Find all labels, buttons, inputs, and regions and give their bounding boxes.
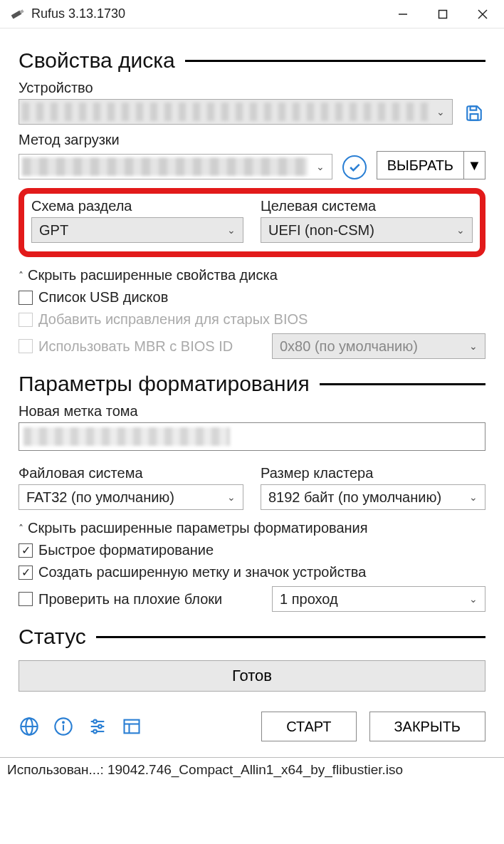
checkbox-usb-list-row[interactable]: Список USB дисков [19, 289, 485, 306]
bios-id-dropdown: 0x80 (по умолчанию) ⌄ [272, 333, 485, 359]
section-divider [96, 636, 485, 638]
status-bar: Готов [19, 660, 485, 692]
toggle-advanced-format-label: Скрыть расширенные параметры форматирова… [28, 520, 368, 536]
checkbox-bad-blocks-row[interactable]: Проверить на плохие блоки [19, 591, 261, 608]
footer-text: Использован...: 19042.746_Compact_Allin1… [7, 762, 403, 777]
cluster-size-dropdown[interactable]: 8192 байт (по умолчанию) ⌄ [261, 484, 485, 510]
chevron-up-icon: ˄ [19, 270, 23, 281]
language-button[interactable] [19, 716, 40, 737]
window-title: Rufus 3.13.1730 [31, 6, 383, 21]
label-device: Устройство [19, 80, 485, 96]
verify-hash-button[interactable] [342, 155, 367, 179]
label-volume-label: Новая метка тома [19, 403, 485, 420]
cluster-size-value: 8192 байт (по умолчанию) [268, 489, 441, 506]
start-button[interactable]: СТАРТ [261, 712, 356, 741]
checkbox-old-bios [19, 313, 33, 327]
status-text: Готов [232, 667, 272, 685]
chevron-down-icon: ⌄ [227, 224, 236, 236]
svg-point-13 [63, 721, 64, 723]
volume-label-input[interactable] [19, 422, 485, 451]
checkbox-usb-list[interactable] [19, 291, 33, 305]
checkbox-bad-blocks-label: Проверить на плохие блоки [38, 591, 222, 608]
start-button-label: СТАРТ [286, 719, 331, 735]
svg-point-17 [93, 720, 97, 724]
target-system-value: UEFI (non-CSM) [268, 222, 374, 239]
footer-status: Использован...: 19042.746_Compact_Allin1… [0, 757, 504, 785]
checkbox-ext-label-row[interactable]: ✓ Создать расширенную метку и значок уст… [19, 564, 485, 580]
svg-rect-6 [471, 106, 477, 110]
app-usb-icon [7, 7, 27, 21]
log-button[interactable] [121, 716, 142, 737]
section-title-status: Статус [19, 625, 86, 649]
target-system-dropdown[interactable]: UEFI (non-CSM) ⌄ [261, 217, 473, 243]
checkbox-ext-label-label: Создать расширенную метку и значок устро… [38, 564, 366, 580]
chevron-down-icon: ⌄ [456, 224, 465, 236]
section-divider [320, 383, 485, 385]
partition-scheme-value: GPT [39, 222, 68, 239]
label-filesystem: Файловая система [19, 465, 243, 481]
section-format-options: Параметры форматирования [19, 372, 485, 396]
partition-scheme-dropdown[interactable]: GPT ⌄ [31, 217, 243, 243]
bad-blocks-passes-value: 1 проход [280, 591, 338, 608]
checkbox-usb-list-label: Список USB дисков [38, 289, 168, 306]
toggle-advanced-format[interactable]: ˄ Скрыть расширенные параметры форматиро… [19, 520, 485, 536]
toggle-advanced-drive-label: Скрыть расширенные свойства диска [28, 267, 278, 283]
window-close-button[interactable] [463, 0, 503, 28]
label-boot-method: Метод загрузки [19, 132, 485, 148]
bios-id-value: 0x80 (по умолчанию) [280, 338, 418, 355]
label-partition-scheme: Схема раздела [31, 198, 243, 214]
chevron-down-icon: ⌄ [469, 491, 478, 503]
filesystem-dropdown[interactable]: FAT32 (по умолчанию) ⌄ [19, 484, 243, 510]
section-drive-properties: Свойства диска [19, 48, 485, 73]
boot-selection-dropdown[interactable]: ⌄ [19, 154, 332, 179]
chevron-down-icon: ⌄ [469, 593, 478, 605]
chevron-up-icon: ˄ [19, 523, 23, 534]
svg-rect-3 [439, 10, 447, 18]
section-divider [185, 60, 485, 62]
svg-point-19 [93, 730, 97, 734]
checkbox-mbr-biosid [19, 339, 33, 353]
svg-rect-7 [471, 114, 478, 120]
select-dropdown-arrow[interactable]: ▼ [463, 152, 485, 179]
close-button[interactable]: ЗАКРЫТЬ [369, 712, 485, 741]
window-titlebar: Rufus 3.13.1730 [0, 0, 504, 28]
section-title-drive: Свойства диска [19, 48, 175, 73]
label-target-system: Целевая система [261, 198, 473, 214]
checkbox-bad-blocks[interactable] [19, 592, 33, 606]
checkbox-mbr-biosid-row: Использовать MBR с BIOS ID [19, 338, 261, 355]
checkbox-old-bios-label: Добавить исправления для старых BIOS [38, 311, 308, 328]
select-iso-label: ВЫБРАТЬ [377, 157, 463, 174]
checkbox-quick-format[interactable]: ✓ [19, 543, 33, 558]
chevron-down-icon: ⌄ [469, 340, 478, 352]
close-button-label: ЗАКРЫТЬ [394, 719, 461, 735]
window-minimize-button[interactable] [383, 0, 423, 28]
section-title-format: Параметры форматирования [19, 372, 310, 396]
about-button[interactable] [53, 716, 74, 737]
svg-rect-20 [125, 720, 140, 734]
highlighted-partition-target: Схема раздела GPT ⌄ Целевая система UEFI… [19, 188, 485, 257]
window-maximize-button[interactable] [423, 0, 463, 28]
settings-button[interactable] [87, 716, 108, 737]
svg-point-18 [98, 725, 102, 729]
device-dropdown[interactable]: ⌄ [19, 99, 453, 125]
checkbox-ext-label[interactable]: ✓ [19, 566, 33, 580]
checkbox-quick-format-label: Быстрое форматирование [38, 542, 214, 558]
section-status: Статус [19, 625, 485, 649]
save-image-button[interactable] [463, 102, 485, 125]
checkbox-mbr-biosid-label: Использовать MBR с BIOS ID [38, 338, 233, 355]
select-iso-button[interactable]: ВЫБРАТЬ ▼ [377, 151, 485, 179]
label-cluster-size: Размер кластера [261, 465, 485, 481]
chevron-down-icon: ⌄ [227, 491, 236, 503]
toggle-advanced-drive[interactable]: ˄ Скрыть расширенные свойства диска [19, 267, 485, 283]
chevron-down-icon: ⌄ [436, 106, 445, 118]
chevron-down-icon: ⌄ [316, 161, 325, 172]
checkbox-quick-format-row[interactable]: ✓ Быстрое форматирование [19, 542, 485, 558]
filesystem-value: FAT32 (по умолчанию) [26, 489, 174, 506]
bad-blocks-passes-dropdown[interactable]: 1 проход ⌄ [272, 586, 485, 612]
checkbox-old-bios-row: Добавить исправления для старых BIOS [19, 311, 485, 328]
